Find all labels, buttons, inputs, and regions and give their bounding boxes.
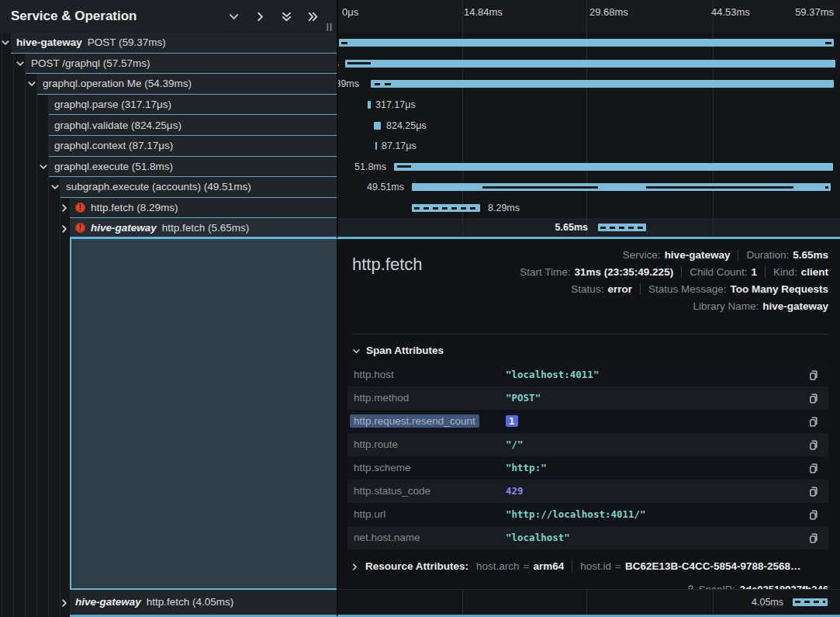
- span-id-value: 3de02518937fb246: [740, 584, 828, 590]
- timeline-bar[interactable]: [412, 183, 831, 191]
- resource-key: host.arch: [476, 560, 520, 572]
- overview-label: Library Name:: [693, 300, 759, 312]
- span-label: http.fetch (5.65ms): [162, 222, 250, 234]
- chevron-right-icon[interactable]: [60, 203, 69, 213]
- attribute-key: net.host.name: [354, 532, 501, 543]
- resource-attributes-title: Resource Attributes:: [365, 560, 468, 572]
- bar-duration-label: 49.51ms: [367, 182, 410, 192]
- timeline-tick: 59.37ms: [795, 6, 834, 18]
- overview-label: Service:: [623, 249, 661, 261]
- tree-row[interactable]: graphql.operation Me (54.39ms) 54.39ms: [0, 74, 840, 95]
- timeline-bar[interactable]: [375, 142, 377, 150]
- timeline-row: [337, 33, 840, 54]
- chevron-down-icon[interactable]: [16, 59, 25, 68]
- span-detail-panel: http.fetch Service:hive-gateway Duration…: [337, 239, 840, 590]
- tree-row-selected[interactable]: !hive-gatewayhttp.fetch (5.65ms) 5.65ms: [0, 218, 840, 239]
- overview-value: hive-gateway: [762, 300, 828, 312]
- overview-label: Start Time:: [520, 266, 570, 278]
- timeline-bar[interactable]: [793, 598, 828, 606]
- equals-sign: =: [524, 560, 530, 572]
- service-name: hive-gateway: [91, 222, 157, 234]
- timeline-bar[interactable]: [345, 60, 835, 68]
- overview-value: hive-gateway: [665, 249, 731, 261]
- attribute-key: http.url: [354, 508, 501, 520]
- attribute-value: 1: [506, 415, 518, 427]
- resource-value: arm64: [533, 560, 564, 572]
- attribute-value: 429: [506, 485, 805, 497]
- copy-icon[interactable]: [805, 484, 821, 499]
- tree-row[interactable]: graphql.execute (51.8ms) 51.8ms: [0, 157, 840, 178]
- tree-panel-title: Service & Operation: [11, 9, 137, 24]
- attribute-key: http.method: [354, 392, 501, 404]
- tree-row[interactable]: graphql.context (87.17μs) 87.17μs: [0, 136, 840, 157]
- timeline-bar[interactable]: [412, 204, 480, 212]
- span-label: graphql.parse (317.17μs): [54, 99, 171, 110]
- chevron-right-icon[interactable]: [250, 6, 270, 26]
- span-label: POST /graphql (57.57ms): [31, 57, 150, 69]
- overview-value: client: [801, 266, 828, 278]
- attribute-value: "localhost": [506, 532, 805, 543]
- tree-row[interactable]: !http.fetch (8.29ms) 8.29ms: [0, 198, 840, 219]
- link-icon[interactable]: [683, 584, 694, 590]
- attribute-row: http.status_code 429: [347, 480, 828, 503]
- error-icon: !: [75, 203, 85, 213]
- attribute-key: http.request.resend_count: [350, 414, 479, 428]
- service-name: hive-gateway: [16, 36, 82, 48]
- chevron-down-icon[interactable]: [1, 38, 10, 47]
- timeline-bar[interactable]: [598, 224, 646, 231]
- chevron-down-icon[interactable]: [39, 162, 48, 172]
- timeline-row: 824.25μs: [337, 115, 840, 136]
- copy-icon[interactable]: [805, 530, 821, 546]
- timeline-tick: 44.53ms: [711, 6, 750, 18]
- copy-icon[interactable]: [805, 507, 821, 522]
- copy-icon[interactable]: [805, 437, 821, 452]
- attribute-row: http.route "/": [347, 433, 828, 456]
- chevron-right-icon[interactable]: [60, 224, 69, 234]
- copy-icon[interactable]: [805, 390, 821, 406]
- panel-resize-handle[interactable]: ||: [327, 22, 333, 31]
- copy-icon[interactable]: [805, 367, 821, 383]
- span-label: POST (59.37ms): [88, 36, 166, 48]
- span-attributes-toggle[interactable]: Span Attributes: [352, 345, 828, 356]
- span-id-label: SpanID:: [699, 584, 735, 590]
- timeline-bar[interactable]: [339, 39, 834, 47]
- tree-row[interactable]: hive-gatewayhttp.fetch (4.05ms) 4.05ms: [0, 590, 840, 617]
- span-label: http.fetch (4.05ms): [147, 596, 234, 608]
- chevron-down-icon[interactable]: [223, 6, 244, 26]
- attribute-value: "POST": [506, 392, 805, 404]
- timeline-row: 57.57ms: [337, 54, 840, 75]
- timeline-bar[interactable]: [371, 80, 834, 88]
- timeline-row: 49.51ms: [337, 177, 840, 198]
- resource-attributes-toggle[interactable]: Resource Attributes: host.arch = arm64 h…: [351, 553, 828, 581]
- copy-icon[interactable]: [805, 460, 821, 476]
- overview-label: Child Count:: [690, 266, 747, 278]
- tree-row[interactable]: graphql.validate (824.25μs) 824.25μs: [0, 115, 840, 136]
- timeline-row: 51.8ms: [337, 157, 840, 178]
- bar-duration-label: 87.17μs: [382, 140, 417, 151]
- bar-duration-label: 8.29ms: [488, 203, 520, 213]
- timeline-row: 54.39ms: [337, 74, 840, 95]
- span-label: http.fetch (8.29ms): [91, 202, 178, 213]
- double-chevron-right-icon[interactable]: [302, 6, 323, 26]
- timeline-row: 4.05ms: [337, 590, 840, 617]
- attribute-value: "http:": [506, 462, 805, 473]
- tree-row[interactable]: POST /graphql (57.57ms) 57.57ms: [0, 54, 840, 75]
- attribute-key: http.host: [354, 369, 501, 380]
- span-label: graphql.execute (51.8ms): [54, 161, 173, 172]
- attribute-value: "localhost:4011": [506, 369, 805, 380]
- copy-icon[interactable]: [805, 414, 821, 429]
- chevron-down-icon[interactable]: [27, 79, 36, 88]
- overview-label: Status:: [571, 283, 603, 295]
- tree-row[interactable]: graphql.parse (317.17μs) 317.17μs: [0, 95, 840, 116]
- attribute-key: http.scheme: [354, 462, 501, 473]
- equals-sign: =: [615, 560, 621, 572]
- timeline-bar[interactable]: [374, 122, 381, 130]
- timeline-bar[interactable]: [394, 163, 833, 171]
- chevron-right-icon[interactable]: [60, 598, 69, 608]
- tree-row[interactable]: subgraph.execute (accounts) (49.51ms) 49…: [0, 177, 840, 198]
- chevron-down-icon[interactable]: [50, 182, 60, 192]
- timeline-tick: 29.68ms: [589, 6, 628, 18]
- double-chevron-down-icon[interactable]: [276, 6, 296, 26]
- tree-row[interactable]: hive-gatewayPOST (59.37ms): [0, 33, 840, 54]
- timeline-bar[interactable]: [368, 101, 371, 109]
